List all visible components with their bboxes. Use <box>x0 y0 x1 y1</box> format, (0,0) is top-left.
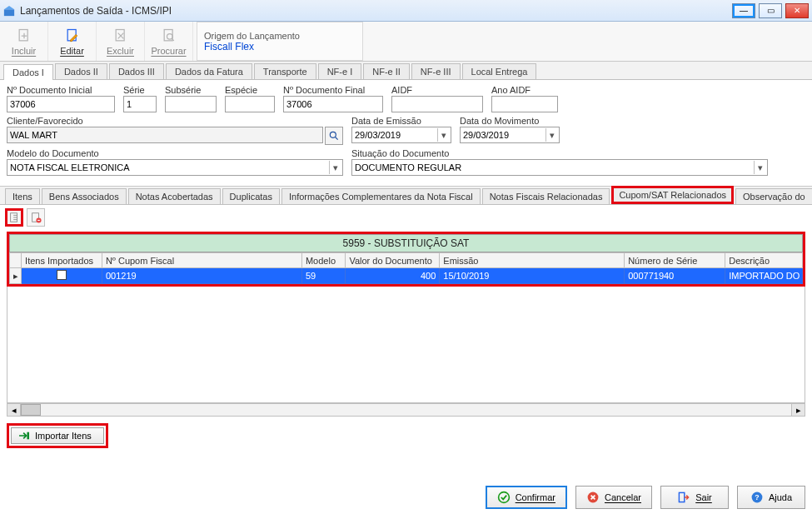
tab-dados-i[interactable]: Dados I <box>3 64 53 80</box>
val-modelo: NOTA FISCAL ELETRONICA <box>10 162 130 172</box>
col-valor[interactable]: Valor do Documento <box>346 253 440 268</box>
search-cliente-button[interactable] <box>325 127 343 145</box>
incluir-button[interactable]: Incluir <box>0 22 48 61</box>
input-doc-fim[interactable] <box>283 96 383 112</box>
editar-label: Editar <box>60 46 84 56</box>
tab-dados-fatura[interactable]: Dados da Fatura <box>166 63 252 79</box>
input-serie[interactable] <box>123 96 157 112</box>
importar-itens-label: Importar Itens <box>35 431 92 441</box>
procurar-button[interactable]: Procurar <box>145 22 193 61</box>
chevron-down-icon[interactable]: ▾ <box>437 128 449 142</box>
tab-observacao[interactable]: Observação do <box>735 188 812 204</box>
tab-cupom-sat[interactable]: Cupom/SAT Relacionados <box>611 186 734 204</box>
maximize-button[interactable]: ▭ <box>759 3 782 18</box>
checkbox-icon[interactable] <box>57 270 67 280</box>
close-button[interactable]: ✕ <box>785 3 809 18</box>
table-row[interactable]: ▸ 001219 59 400 15/10/2019 000771940 IMP… <box>10 268 803 284</box>
svg-rect-11 <box>27 432 29 440</box>
tab-transporte[interactable]: Transporte <box>254 63 316 79</box>
sair-label: Sair <box>695 492 712 502</box>
cell-emissao: 15/10/2019 <box>440 268 625 284</box>
grid-add-button[interactable] <box>5 208 23 227</box>
tab-duplicatas[interactable]: Duplicatas <box>222 188 280 204</box>
page-tabs: Dados I Dados II Dados III Dados da Fatu… <box>0 62 812 80</box>
editar-button[interactable]: Editar <box>48 22 97 61</box>
scroll-right-button[interactable]: ▸ <box>791 404 805 416</box>
input-aidf[interactable] <box>391 96 483 112</box>
input-emissao[interactable]: 29/03/2019▾ <box>351 127 451 143</box>
col-serie[interactable]: Número de Série <box>625 253 725 268</box>
chevron-down-icon[interactable]: ▾ <box>545 128 557 142</box>
col-emissao[interactable]: Emissão <box>440 253 625 268</box>
grid-remove-button[interactable] <box>27 208 45 227</box>
cell-cupom: 001219 <box>102 268 301 284</box>
grid-hscroll[interactable]: ◂ ▸ <box>7 403 805 417</box>
import-wrap: Importar Itens <box>7 423 108 448</box>
tab-nfe-iii[interactable]: NF-e III <box>411 63 461 79</box>
svg-rect-2 <box>19 29 27 40</box>
val-movimento: 29/03/2019 <box>463 130 509 140</box>
select-modelo[interactable]: NOTA FISCAL ELETRONICA▾ <box>7 159 343 176</box>
confirmar-button[interactable]: Confirmar <box>486 486 567 509</box>
val-emissao: 29/03/2019 <box>355 130 401 140</box>
grid-toolbar <box>0 205 812 230</box>
col-descricao[interactable]: Descrição <box>725 253 803 268</box>
svg-rect-14 <box>680 492 685 502</box>
select-situacao[interactable]: DOCUMENTO REGULAR▾ <box>351 159 768 176</box>
tab-dados-ii[interactable]: Dados II <box>55 63 107 79</box>
col-cupom[interactable]: Nº Cupom Fiscal <box>102 253 301 268</box>
titlebar: Lançamentos de Saída - ICMS/IPI — ▭ ✕ <box>0 0 812 22</box>
row-marker: ▸ <box>10 268 22 284</box>
svg-text:?: ? <box>755 493 759 502</box>
ajuda-button[interactable]: ? Ajuda <box>737 486 805 509</box>
lbl-movimento: Data do Movimento <box>460 116 560 126</box>
inner-tabs: Itens Bens Associados Notas Acobertadas … <box>0 187 812 205</box>
input-subserie[interactable] <box>165 96 217 112</box>
grid-group-header: 5959 - SUBSTITUIÇÃO SAT <box>9 234 803 252</box>
window-buttons: — ▭ ✕ <box>732 3 809 18</box>
chevron-down-icon[interactable]: ▾ <box>754 161 765 174</box>
confirmar-label: Confirmar <box>516 492 555 502</box>
tab-bens[interactable]: Bens Associados <box>42 188 127 204</box>
cell-valor: 400 <box>346 268 440 284</box>
svg-point-12 <box>498 492 509 503</box>
lbl-aidf: AIDF <box>391 85 483 95</box>
grid-wrap: 5959 - SUBSTITUIÇÃO SAT Itens Importados… <box>7 232 805 287</box>
lbl-doc-fim: Nº Documento Final <box>283 85 383 95</box>
tab-notas-relacionadas[interactable]: Notas Fiscais Relacionadas <box>482 188 610 204</box>
tab-notas-acobertadas[interactable]: Notas Acobertadas <box>128 188 221 204</box>
chevron-down-icon[interactable]: ▾ <box>329 161 341 174</box>
col-modelo[interactable]: Modelo <box>301 253 345 268</box>
input-especie[interactable] <box>225 96 275 112</box>
input-doc-ini[interactable] <box>7 96 115 112</box>
cancelar-button[interactable]: Cancelar <box>575 486 652 509</box>
tab-itens[interactable]: Itens <box>5 188 40 204</box>
svg-rect-0 <box>4 9 14 16</box>
scroll-thumb[interactable] <box>21 404 41 416</box>
cell-itens-importados[interactable] <box>22 268 102 284</box>
minimize-button[interactable]: — <box>732 3 755 18</box>
input-cliente[interactable] <box>7 127 323 143</box>
tab-local-entrega[interactable]: Local Entrega <box>462 63 537 79</box>
main-toolbar: Incluir Editar Excluir Procurar Origem d… <box>0 22 812 62</box>
tab-dados-iii[interactable]: Dados III <box>109 63 164 79</box>
tab-info-complementares[interactable]: Informações Complementares da Nota Fisca… <box>281 188 481 204</box>
scroll-left-button[interactable]: ◂ <box>7 404 21 416</box>
excluir-button[interactable]: Excluir <box>97 22 145 61</box>
sair-button[interactable]: Sair <box>660 486 729 509</box>
col-itens-importados[interactable]: Itens Importados <box>22 253 102 268</box>
cancelar-label: Cancelar <box>605 492 641 502</box>
tab-nfe-ii[interactable]: NF-e II <box>363 63 410 79</box>
lbl-subserie: Subsérie <box>165 85 217 95</box>
procurar-label: Procurar <box>151 46 186 56</box>
input-movimento[interactable]: 29/03/2019▾ <box>460 127 560 143</box>
input-ano-aidf[interactable] <box>491 96 558 112</box>
cell-descricao: IMPORTADO DO X <box>725 268 803 284</box>
cancel-circle-icon <box>586 491 600 504</box>
help-circle-icon: ? <box>750 491 764 504</box>
lbl-modelo: Modelo do Documento <box>7 148 343 158</box>
check-circle-icon <box>497 491 511 504</box>
tab-nfe-i[interactable]: NF-e I <box>318 63 362 79</box>
scroll-track[interactable] <box>21 404 791 416</box>
importar-itens-button[interactable]: Importar Itens <box>11 427 104 444</box>
